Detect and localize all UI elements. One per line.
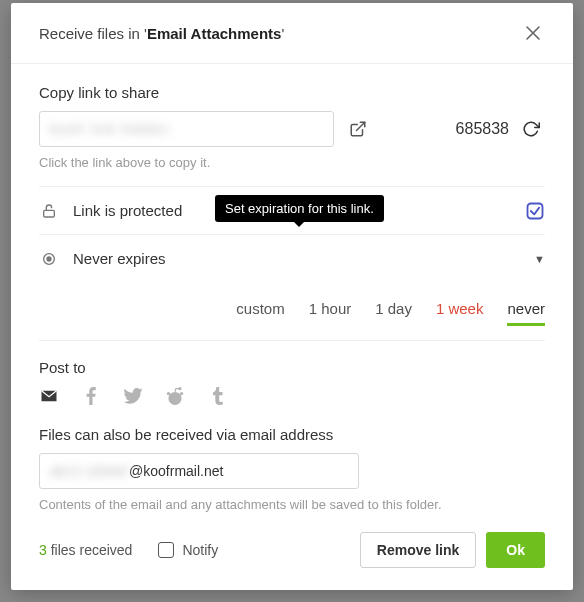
expiration-row[interactable]: Never expires ▼ — [39, 234, 545, 282]
tumblr-icon — [211, 387, 223, 405]
svg-line-0 — [357, 122, 365, 130]
expiration-options: custom 1 hour 1 day 1 week never — [39, 282, 545, 341]
modal-title: Receive files in 'Email Attachments' — [39, 25, 284, 42]
files-received-count: 3 — [39, 542, 47, 558]
post-to-section: Post to — [39, 359, 545, 406]
close-icon — [526, 26, 540, 40]
share-link-value: koofr link hidden — [50, 121, 169, 137]
remove-link-button[interactable]: Remove link — [360, 532, 476, 568]
facebook-icon — [86, 387, 96, 405]
protected-checkbox[interactable] — [525, 201, 545, 221]
expiration-label: Never expires — [73, 250, 520, 267]
regenerate-button[interactable] — [517, 115, 545, 143]
files-received-label: files received — [47, 542, 133, 558]
link-counter-area: 685838 — [456, 115, 545, 143]
svg-point-7 — [167, 392, 170, 395]
ok-button[interactable]: Ok — [486, 532, 545, 568]
share-email-button[interactable] — [39, 386, 59, 406]
modal-footer: 3 files received Notify Remove link Ok — [11, 514, 573, 590]
notify-toggle[interactable]: Notify — [158, 542, 218, 558]
lock-icon — [39, 203, 59, 219]
chevron-down-icon: ▼ — [534, 253, 545, 265]
share-reddit-button[interactable] — [165, 386, 185, 406]
link-protected-row[interactable]: Link is protected Set expiration for thi… — [39, 186, 545, 234]
expiry-1week[interactable]: 1 week — [436, 300, 484, 326]
title-prefix: Receive files in ' — [39, 25, 147, 42]
expiry-custom[interactable]: custom — [236, 300, 284, 326]
external-link-icon — [349, 120, 367, 138]
svg-point-6 — [180, 392, 183, 395]
receive-email-address[interactable]: ab12 cd34ef@koofrmail.net — [39, 453, 359, 489]
footer-actions: Remove link Ok — [360, 532, 545, 568]
modal-body: Copy link to share koofr link hidden 685… — [11, 64, 573, 514]
twitter-icon — [123, 388, 143, 404]
email-icon — [40, 389, 58, 403]
share-twitter-button[interactable] — [123, 386, 143, 406]
share-tumblr-button[interactable] — [207, 386, 227, 406]
email-domain: @koofrmail.net — [129, 463, 223, 479]
share-receive-modal: Receive files in 'Email Attachments' Cop… — [11, 3, 573, 590]
expiry-1hour[interactable]: 1 hour — [309, 300, 352, 326]
post-to-label: Post to — [39, 359, 545, 376]
share-link-input[interactable]: koofr link hidden — [39, 111, 334, 147]
notify-label: Notify — [182, 542, 218, 558]
receive-email-hint: Contents of the email and any attachment… — [39, 497, 545, 512]
social-row — [39, 386, 545, 406]
checkbox-checked-icon — [525, 201, 545, 221]
files-received[interactable]: 3 files received — [39, 542, 132, 558]
expiration-tooltip: Set expiration for this link. — [215, 195, 384, 222]
link-counter: 685838 — [456, 120, 509, 138]
title-suffix: ' — [281, 25, 284, 42]
link-row: koofr link hidden 685838 — [39, 111, 545, 147]
expiry-never[interactable]: never — [507, 300, 545, 326]
share-facebook-button[interactable] — [81, 386, 101, 406]
modal-header: Receive files in 'Email Attachments' — [11, 3, 573, 64]
reddit-icon — [165, 387, 185, 405]
notify-checkbox[interactable] — [158, 542, 174, 558]
folder-name: Email Attachments — [147, 25, 281, 42]
email-local-part: ab12 cd34ef — [50, 463, 129, 479]
target-icon — [39, 251, 59, 267]
close-button[interactable] — [521, 21, 545, 45]
expiry-1day[interactable]: 1 day — [375, 300, 412, 326]
copy-link-hint: Click the link above to copy it. — [39, 155, 545, 170]
receive-email-label: Files can also be received via email add… — [39, 426, 545, 443]
svg-rect-1 — [44, 210, 55, 217]
open-link-button[interactable] — [344, 115, 372, 143]
copy-link-label: Copy link to share — [39, 84, 545, 101]
svg-point-4 — [47, 257, 51, 261]
svg-rect-2 — [528, 203, 543, 218]
svg-point-5 — [168, 392, 181, 405]
refresh-icon — [522, 120, 540, 138]
